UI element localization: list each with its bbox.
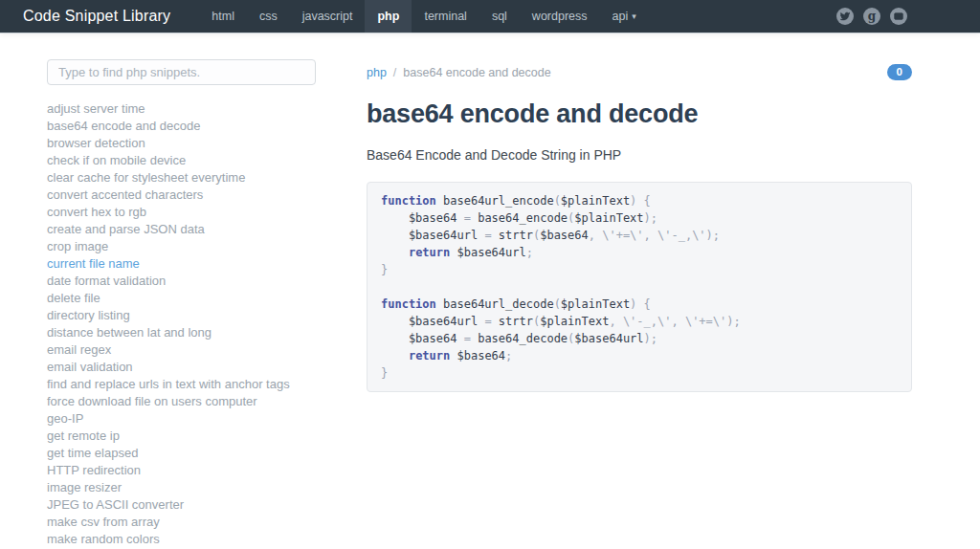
sidebar-item[interactable]: JPEG to ASCII converter xyxy=(47,496,316,514)
top-navbar: Code Snippet Library htmlcssjavascriptph… xyxy=(0,0,980,33)
code-line: return $base64; xyxy=(381,347,898,364)
sidebar-item[interactable]: delete file xyxy=(47,290,316,307)
code-line: $base64url = strtr($plainText, \'-_,\', … xyxy=(381,313,898,330)
main-content: php / base64 encode and decode 0 base64 … xyxy=(367,59,912,549)
sidebar-item[interactable]: image resizer xyxy=(47,479,316,496)
code-line xyxy=(381,278,898,296)
sidebar: adjust server timebase64 encode and deco… xyxy=(47,59,316,549)
search-input[interactable] xyxy=(47,59,316,85)
sidebar-item[interactable]: get time elapsed xyxy=(47,445,316,462)
code-line: } xyxy=(381,364,898,382)
sidebar-item[interactable]: distance between lat and long xyxy=(47,324,316,341)
code-line: $base64url = strtr($base64, \'+=\', \'-_… xyxy=(381,227,898,244)
page-body: adjust server timebase64 encode and deco… xyxy=(0,33,980,549)
email-icon[interactable] xyxy=(890,8,907,25)
code-line: $base64 = base64_decode($base64url); xyxy=(381,330,898,347)
nav-item-html[interactable]: html xyxy=(199,0,247,33)
sidebar-item[interactable]: current file name xyxy=(47,255,316,273)
breadcrumb-page-label: base64 encode and decode xyxy=(403,66,550,79)
code-line: function base64url_encode($plainText) { xyxy=(381,192,898,209)
nav-item-wordpress[interactable]: wordpress xyxy=(520,0,600,33)
sidebar-item[interactable]: crop image xyxy=(47,238,316,255)
sidebar-item[interactable]: check if on mobile device xyxy=(47,152,316,169)
nav-item-api[interactable]: api▾ xyxy=(600,0,649,33)
nav-item-terminal[interactable]: terminal xyxy=(412,0,479,33)
sidebar-item[interactable]: convert hex to rgb xyxy=(47,204,316,221)
social-icons: g xyxy=(836,0,980,33)
sidebar-item[interactable]: date format validation xyxy=(47,273,316,290)
breadcrumb-separator: / xyxy=(393,66,396,79)
sidebar-item[interactable]: base64 encode and decode xyxy=(47,118,316,135)
sidebar-item[interactable]: adjust server time xyxy=(47,100,316,118)
twitter-icon[interactable] xyxy=(836,8,854,25)
breadcrumb: php / base64 encode and decode 0 xyxy=(367,59,912,85)
brand-title[interactable]: Code Snippet Library xyxy=(0,0,199,33)
sidebar-item[interactable]: directory listing xyxy=(47,307,316,324)
sidebar-item[interactable]: force download file on users computer xyxy=(47,393,316,410)
nav-item-css[interactable]: css xyxy=(247,0,290,33)
g-icon[interactable]: g xyxy=(863,8,880,25)
sidebar-item[interactable]: browser detection xyxy=(47,135,316,152)
sidebar-item[interactable]: create and parse JSON data xyxy=(47,221,316,238)
sidebar-item[interactable]: convert accented characters xyxy=(47,187,316,204)
code-line: $base64 = base64_encode($plainText); xyxy=(381,209,898,227)
nav-item-sql[interactable]: sql xyxy=(479,0,520,33)
code-line: } xyxy=(381,261,898,278)
page-title: base64 encode and decode xyxy=(367,99,912,129)
sidebar-item[interactable]: clear cache for stylesheet everytime xyxy=(47,169,316,187)
comment-count-badge: 0 xyxy=(887,64,912,80)
sidebar-item[interactable]: HTTP redirection xyxy=(47,462,316,479)
nav-item-php[interactable]: php xyxy=(365,0,412,33)
sidebar-item[interactable]: find and replace urls in text with ancho… xyxy=(47,376,316,393)
sidebar-item[interactable]: geo-IP xyxy=(47,410,316,428)
sidebar-item[interactable]: make csv from array xyxy=(47,514,316,531)
sidebar-item[interactable]: email validation xyxy=(47,359,316,376)
code-line: function base64url_decode($plainText) { xyxy=(381,296,898,313)
sidebar-item[interactable]: get remote ip xyxy=(47,428,316,445)
sidebar-item[interactable]: make random colors xyxy=(47,531,316,548)
sidebar-item[interactable]: email regex xyxy=(47,341,316,359)
chevron-down-icon: ▾ xyxy=(632,11,636,21)
breadcrumb-section-link[interactable]: php xyxy=(367,66,387,79)
code-line: return $base64url; xyxy=(381,244,898,261)
nav-links: htmlcssjavascriptphpterminalsqlwordpress… xyxy=(199,0,648,33)
nav-item-javascript[interactable]: javascript xyxy=(290,0,366,33)
page-subtitle: Base64 Encode and Decode String in PHP xyxy=(367,147,912,163)
snippet-list: adjust server timebase64 encode and deco… xyxy=(47,100,316,549)
code-snippet-block: function base64url_encode($plainText) { … xyxy=(367,182,912,392)
